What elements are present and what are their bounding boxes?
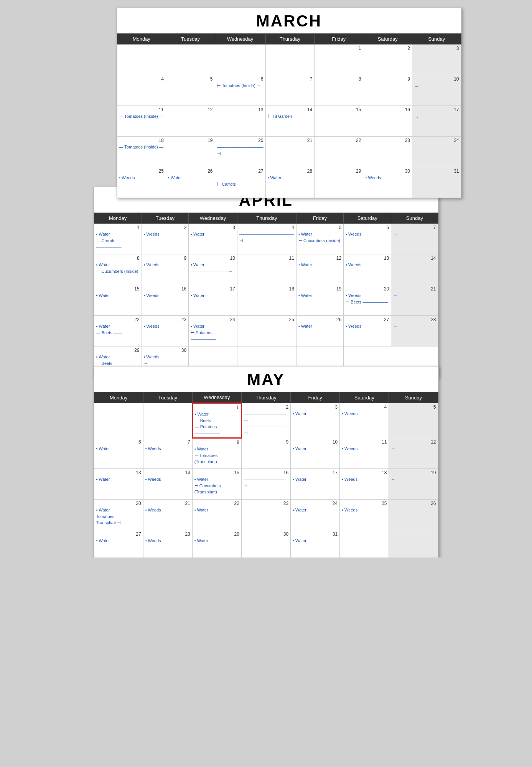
- calendar-cell: 8: [315, 75, 363, 106]
- day-number: 3: [414, 46, 459, 51]
- calendar-cell: 27⊢ Carrots ————————: [215, 167, 265, 198]
- calendar-cell: 2——————————⊣——————————⊣: [241, 403, 290, 438]
- calendar-cell: 3: [412, 45, 461, 75]
- day-content: • Weeds: [342, 411, 387, 417]
- day-number: 5: [391, 404, 436, 410]
- calendar-cell: [265, 45, 315, 75]
- calendar-cell: 1: [315, 45, 363, 75]
- day-number: 28: [145, 531, 190, 537]
- day-number: 8: [96, 256, 140, 261]
- calendar-cell: 21: [265, 137, 315, 167]
- calendar-cell: 3• Water: [189, 224, 237, 254]
- day-content: • Water⊢ Tomatoes (Transplant): [194, 446, 239, 465]
- calendar-cell: 15• Water⊢ Cucumbers (Transplant): [192, 469, 241, 500]
- month-title: MARCH: [117, 8, 461, 33]
- day-number: 14: [145, 470, 190, 475]
- month-title: MAY: [94, 366, 438, 392]
- day-content: ⊢ Tomatoes (Inside): [217, 82, 264, 89]
- day-number: 27: [217, 168, 264, 174]
- day-number: 29: [96, 348, 140, 353]
- day-content: • Weeds: [145, 476, 190, 483]
- day-content: • Water: [168, 175, 213, 181]
- day-number: 18: [239, 286, 294, 292]
- day-number: 7: [393, 225, 436, 230]
- day-number: 12: [298, 256, 341, 261]
- calendar-cell: 14⊢ Til Garden: [265, 106, 315, 137]
- column-header-saturday: Saturday: [340, 392, 389, 403]
- calendar-cell: 24• Water⊢ Potatoes ——————: [189, 316, 237, 346]
- column-header-tuesday: Tuesday: [142, 213, 189, 224]
- day-content: • Weeds: [342, 507, 387, 513]
- day-number: 25: [119, 168, 164, 174]
- day-content: • Weeds: [145, 507, 190, 513]
- calendar-cell: [143, 403, 192, 438]
- day-number: 23: [365, 138, 410, 143]
- calendar-cell: 10• Water—————————⊣: [189, 254, 237, 285]
- day-number: 4: [239, 225, 294, 230]
- calendar-cell: 10• Water: [291, 438, 340, 469]
- day-content: • WaterTomatoesTransplant ⊣: [96, 507, 141, 526]
- calendar-cell: 21• Weeds: [143, 500, 192, 530]
- day-content: • Water: [298, 323, 341, 330]
- day-number: 3: [191, 225, 235, 230]
- day-number: 7: [268, 76, 313, 82]
- day-number: 30: [244, 531, 288, 537]
- calendar-cell: 12• Water: [296, 254, 343, 285]
- day-number: 20: [96, 501, 141, 506]
- column-header-friday: Friday: [296, 213, 343, 224]
- day-number: 26: [298, 317, 341, 322]
- day-number: 11: [119, 107, 164, 112]
- column-header-saturday: Saturday: [363, 34, 412, 45]
- day-content: • Weeds: [144, 231, 187, 238]
- day-number: 24: [191, 317, 235, 322]
- calendar-cell: 2• Weeds: [142, 224, 189, 254]
- calendar-cell: 11: [237, 254, 296, 285]
- day-content: • Water—————————⊣: [191, 262, 235, 274]
- column-header-monday: Monday: [117, 34, 166, 45]
- calendar-cell: 27• Water: [94, 530, 143, 558]
- day-content: • Water: [96, 292, 140, 299]
- calendar-cell: 26: [389, 500, 438, 530]
- day-number: 15: [194, 470, 239, 475]
- day-content: — Tomatoes (Inside) —: [119, 144, 164, 150]
- day-number: 15: [96, 286, 140, 292]
- column-header-wednesday: Wednesday: [192, 392, 241, 403]
- calendar-cell: 18: [237, 285, 296, 316]
- calendar-cell: 19• Water: [296, 285, 343, 316]
- day-number: 28: [268, 168, 313, 174]
- day-number: 1: [316, 46, 361, 51]
- day-number: 10: [414, 76, 459, 82]
- day-number: 17: [191, 286, 235, 292]
- calendar-cell: 23: [363, 137, 412, 167]
- day-number: 2: [365, 46, 410, 51]
- day-number: 12: [168, 107, 213, 112]
- day-number: 8: [194, 440, 239, 445]
- day-number: 22: [316, 138, 361, 143]
- day-content: →: [414, 113, 459, 121]
- calendar-cell: 4—————————————⊣: [237, 224, 296, 254]
- day-content: • Water: [194, 507, 239, 513]
- calendar-cell: 9: [363, 75, 412, 106]
- calendar-april: APRILMondayTuesdayWednesdayThursdayFrida…: [94, 187, 439, 378]
- day-content: • Water: [293, 445, 338, 452]
- calendar-cell: 5• Water⊢ Cucumbers (Inside): [296, 224, 343, 254]
- day-number: 28: [393, 317, 436, 322]
- calendar-cell: 6⊢ Tomatoes (Inside): [215, 75, 265, 106]
- calendar-cell: 24• Water: [291, 500, 340, 530]
- column-header-tuesday: Tuesday: [166, 34, 215, 45]
- day-content: →: [414, 175, 459, 181]
- day-number: 22: [194, 501, 239, 506]
- day-number: 12: [391, 439, 436, 445]
- day-number: 26: [168, 168, 213, 174]
- day-number: 1: [195, 405, 239, 410]
- day-content: • Water: [268, 175, 313, 181]
- calendar-cell: 22: [315, 137, 363, 167]
- calendar-cell: 29: [315, 167, 363, 198]
- day-number: 13: [346, 256, 389, 261]
- day-content: • Weeds: [342, 476, 387, 483]
- calendar-cell: 16• Weeds: [142, 285, 189, 316]
- day-number: 11: [342, 439, 387, 445]
- calendar-may: MAYMondayTuesdayWednesdayThursdayFridayS…: [94, 366, 439, 558]
- day-content: ⊢ Til Garden: [268, 113, 313, 120]
- day-number: 21: [145, 501, 190, 506]
